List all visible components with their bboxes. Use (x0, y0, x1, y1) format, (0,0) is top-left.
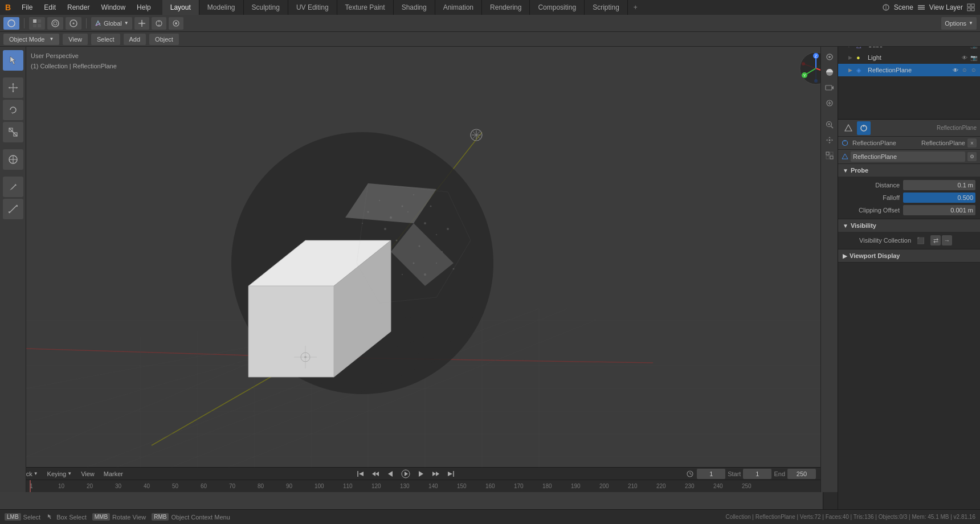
measure-tool-button[interactable] (3, 199, 23, 219)
prop-close-button[interactable]: × (967, 138, 977, 148)
svg-line-36 (9, 205, 17, 213)
toggle-xray-button[interactable] (47, 17, 63, 30)
object-menu-button[interactable]: Object (149, 34, 179, 45)
tab-modeling[interactable]: Modeling (199, 0, 244, 15)
light-name: Light (868, 54, 961, 61)
select-menu-button[interactable]: Select (91, 34, 120, 45)
step-forward-button[interactable] (430, 468, 442, 480)
status-bar: LMB Select Box Select MMB Rotate View RM… (0, 509, 980, 524)
falloff-value[interactable]: 0.500 (903, 193, 975, 203)
menu-help[interactable]: Help (131, 0, 157, 15)
start-frame-input[interactable] (743, 469, 771, 479)
toolbar-divider-2 (86, 18, 87, 28)
annotate-tool-button[interactable] (3, 177, 23, 197)
select-mode-button[interactable] (29, 17, 45, 30)
transform-tool-button[interactable] (3, 149, 23, 170)
reflection-vis-hide[interactable]: ⊙ (961, 66, 969, 74)
tab-uv-editing[interactable]: UV Editing (288, 0, 337, 15)
render-button[interactable] (823, 96, 836, 110)
options-label: Options (945, 20, 966, 27)
clipping-offset-text: 0.001 m (950, 207, 973, 214)
prop-tab-probe[interactable] (857, 121, 871, 135)
play-forward-button[interactable] (415, 468, 427, 480)
snap-button[interactable] (152, 17, 166, 30)
svg-marker-151 (845, 125, 852, 131)
tab-rendering[interactable]: Rendering (482, 0, 530, 15)
move-tool-button[interactable] (3, 77, 23, 98)
light-vis-render[interactable]: 📷 (970, 54, 978, 62)
viewport-right-toolbar (820, 47, 838, 492)
zoom-in-button[interactable] (823, 118, 836, 132)
viewport-display-header[interactable]: ▶ Viewport Display (838, 249, 980, 262)
menu-window[interactable]: Window (95, 0, 131, 15)
transform-orientation-dropdown[interactable]: Global ▼ (91, 17, 132, 30)
proportional-edit-button[interactable] (169, 17, 183, 30)
expand-icon[interactable] (966, 3, 975, 12)
options-dropdown[interactable]: Options ▼ (941, 17, 977, 30)
step-back-button[interactable] (369, 468, 382, 480)
camera-button[interactable] (823, 81, 836, 95)
tab-sculpting[interactable]: Sculpting (244, 0, 288, 15)
distance-value[interactable]: 0.1 m (903, 180, 975, 190)
outliner-light-row[interactable]: ▶ ● Light 👁 📷 (838, 51, 980, 64)
clipping-offset-label: Clipping Offset (843, 207, 900, 214)
svg-text:Y: Y (803, 73, 806, 77)
jump-end-button[interactable] (444, 468, 457, 480)
mode-3d-button[interactable] (3, 17, 19, 30)
tab-shading[interactable]: Shading (394, 0, 435, 15)
play-reverse-button[interactable] (384, 468, 397, 480)
play-button[interactable] (399, 468, 413, 480)
clipping-offset-value[interactable]: 0.001 m (903, 205, 975, 215)
svg-point-87 (402, 274, 403, 275)
view-menu-button[interactable]: View (63, 34, 88, 45)
data-name-input[interactable] (851, 152, 965, 162)
play-forward-icon (417, 470, 425, 478)
tab-animation[interactable]: Animation (435, 0, 482, 15)
prop-tab-object-data[interactable] (842, 121, 855, 135)
end-frame-input[interactable] (787, 469, 816, 479)
outliner-reflection-row[interactable]: ▶ ◈ ReflectionPlane 👁 ⊙ ⊙ (838, 64, 980, 76)
reflection-vis-render[interactable]: ⊙ (970, 66, 978, 74)
add-menu-button[interactable]: Add (124, 34, 146, 45)
menu-file[interactable]: File (16, 0, 38, 15)
visibility-section-header[interactable]: ▼ Visibility (838, 219, 980, 232)
svg-line-123 (831, 126, 833, 129)
probe-section-header[interactable]: ▼ Probe (838, 164, 980, 177)
view-settings-button[interactable] (823, 50, 836, 64)
viewport-shading-button[interactable] (823, 66, 836, 79)
reflection-arrow: ▶ (848, 67, 856, 73)
tab-scripting[interactable]: Scripting (585, 0, 628, 15)
visibility-arrow-button[interactable]: → (942, 235, 952, 245)
rotate-tool-button[interactable] (3, 100, 23, 120)
menu-edit[interactable]: Edit (38, 0, 62, 15)
scale-tool-button[interactable] (3, 122, 23, 142)
visibility-link-button[interactable]: ⇄ (930, 235, 941, 245)
jump-start-button[interactable] (354, 468, 367, 480)
light-vis-eye[interactable]: 👁 (961, 54, 969, 62)
menu-render[interactable]: Render (62, 0, 95, 15)
viewport[interactable]: User Perspective (1) Collection | Reflec… (26, 47, 838, 492)
svg-point-80 (424, 222, 426, 224)
object-mode-dropdown[interactable]: Object Mode ▼ (3, 34, 59, 45)
data-settings-button[interactable]: ⚙ (967, 152, 977, 161)
add-workspace-button[interactable]: + (628, 3, 643, 11)
cursor-tool-button[interactable] (3, 50, 23, 71)
pan-button[interactable] (823, 133, 836, 147)
tab-texture-paint[interactable]: Texture Paint (337, 0, 394, 15)
proportional-button[interactable] (66, 17, 81, 30)
svg-rect-130 (826, 156, 829, 159)
svg-point-89 (436, 263, 437, 264)
marker-button[interactable]: Marker (101, 468, 125, 480)
tab-compositing[interactable]: Compositing (530, 0, 585, 15)
visibility-body: Visibility Collection ⬛ ⇄ → (838, 232, 980, 249)
pivot-point-button[interactable] (134, 17, 149, 30)
current-frame-input[interactable] (697, 469, 725, 479)
tab-layout[interactable]: Layout (162, 0, 199, 15)
orientation-label: Global (104, 20, 122, 27)
keying-dropdown[interactable]: Keying ▼ (45, 468, 75, 480)
local-view-button[interactable] (823, 149, 836, 162)
svg-point-17 (73, 22, 75, 24)
svg-point-88 (424, 273, 426, 276)
view-timeline-button[interactable]: View (79, 468, 97, 480)
reflection-vis-eye[interactable]: 👁 (952, 66, 959, 74)
